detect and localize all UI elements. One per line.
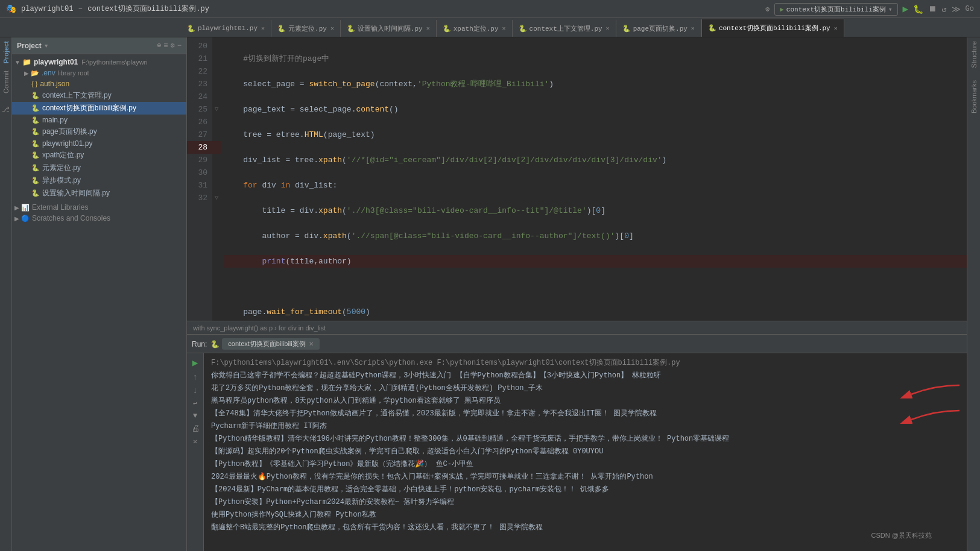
auth-label: auth.json [40,80,69,88]
code-line-25: for div in div_list: [224,179,967,192]
active-file-title: context切换页面bilibili案例.py [87,4,209,14]
code-line-28: print(title,author) [224,255,967,268]
right-sidebar-icons: Structure Bookmarks [967,37,980,551]
tab-close-4[interactable]: ✕ [502,25,506,32]
vcs-icon[interactable]: ⎇ [2,105,10,113]
commit-icon[interactable]: Commit [2,71,10,93]
tree-item-async[interactable]: 🐍 异步模式.py [12,174,186,187]
run-line-4: 【全748集】清华大佬终于把Python做成动画片了，通俗易懂，2023最新版，… [211,408,959,420]
ext-arrow-icon: ▶ [14,204,19,211]
tree-item-playwright01[interactable]: 🐍 playwright01.py [12,138,186,149]
tab-xpath[interactable]: 🐍 xpath定位.py ✕ [437,20,513,37]
tree-item-context-bilibili[interactable]: 🐍 context切换页面bilibili案例.py [12,102,186,115]
panel-icon-3[interactable]: ⚙ [171,41,175,50]
run-scroll-bottom-icon[interactable]: ↓ [192,386,197,395]
tree-item-external-libs[interactable]: ▶ 📊 External Libraries [12,202,186,213]
page-switch-label: page页面切换.py [42,127,97,137]
tree-item-interval[interactable]: 🐍 设置输入时间间隔.py [12,187,186,200]
panel-dropdown-icon[interactable]: ▾ [44,41,49,51]
tree-item-context-mgr[interactable]: 🐍 context上下文管理.py [12,89,186,102]
run-filter-icon[interactable]: ▼ [193,412,197,420]
run-line-3: 黑马程序员python教程，8天python从入门到精通，学python看这套就… [211,395,959,408]
tree-item-main[interactable]: 🐍 main.py [12,115,186,125]
tab-timeout[interactable]: 🐍 设置输入时间间隔.py ✕ [341,20,437,37]
tree-item-scratches[interactable]: ▶ 🔵 Scratches and Consoles [12,213,186,224]
tab-context-mgr[interactable]: 🐍 context上下文管理.py ✕ [513,20,616,37]
tab-context-bilibili[interactable]: 🐍 context切换页面bilibili案例.py ✕ [701,19,844,37]
env-label: .env [42,69,55,77]
code-editor[interactable]: 20 21 22 23 24 25 26 27 28 29 30 31 32 [187,37,967,321]
tab-close-1[interactable]: ✕ [261,25,265,32]
watermark: CSDN @景天科技苑 [871,531,932,540]
run-tab-label: context切换页面bilibili案例 [228,339,305,348]
structure-icon[interactable]: Structure [970,41,978,68]
tree-item-yuansu[interactable]: 🐍 元素定位.py [12,162,186,174]
lib-icon: 📊 [21,204,30,212]
tab-close-7[interactable]: ✕ [834,25,838,32]
tree-item-env[interactable]: ▶ 📂 .env library root [12,68,186,78]
run-button[interactable]: ▶ [903,3,909,15]
panel-icon-2[interactable]: ≡ [163,42,168,50]
main-label: main.py [42,116,68,124]
async-label: 异步模式.py [42,175,81,186]
tree-item-xpath[interactable]: 🐍 xpath定位.py [12,149,186,162]
py-icon-1: 🐍 [31,92,40,99]
run-line-2: 花了2万多买的Python教程全套，现在分享给大家，入门到精通(Python全栈… [211,382,959,395]
run-tab-close-icon[interactable]: ✕ [309,341,314,347]
red-arrow-1 [899,379,967,403]
code-line-20: #切换到新打开的page中 [224,52,967,65]
playwright01-label: playwright01.py [42,139,92,148]
run-play-icon[interactable]: ▶ [192,357,198,369]
run-clear-icon[interactable]: ✕ [193,437,197,446]
tab-close-2[interactable]: ✕ [330,25,334,32]
panel-icon-1[interactable]: ⊕ [157,41,161,50]
run-scroll-top-icon[interactable]: ↑ [192,373,197,382]
run-header: Run: 🐍 context切换页面bilibili案例 ✕ [187,335,967,353]
run-config-dropdown[interactable]: ▶ context切换页面bilibili案例 ▾ [774,3,897,16]
tree-root[interactable]: ▼ 📁 playwright01 F:\pythonitems\playwri [12,57,186,68]
scratch-icon: 🔵 [21,215,30,222]
stop-button[interactable]: ⏹ [928,4,937,14]
rerun-button[interactable]: ↺ [941,4,946,14]
run-output[interactable]: F:\pythonitems\playwright01\.env\Scripts… [204,353,967,551]
context-bilibili-label: context切换页面bilibili案例.py [42,103,136,113]
tab-playwright01[interactable]: 🐍 playwright01.py ✕ [181,20,271,37]
tabs-bar: 🐍 playwright01.py ✕ 🐍 元素定位.py ✕ 🐍 设置输入时间… [0,18,980,37]
run-line-10: 【2024最新】PyCharm的基本使用教程，适合完全零基础，小白快速上手！py… [211,483,959,496]
code-line-21: select_page = switch_to_page(context,'Py… [224,78,967,90]
git-button[interactable]: Go [966,5,974,13]
tab-close-3[interactable]: ✕ [426,25,430,32]
run-line-1: 你觉得自己这辈子都学不会编程？超超超基础Python课程，3小时快速入门 【自学… [211,370,959,382]
folder-icon: 📁 [22,58,31,66]
run-line-13: 翻遍整个B站最完整的Python爬虫教程，包含所有干货内容！这还没人看，我就不更… [211,521,959,534]
py-icon-6: 🐍 [31,151,40,159]
tab-close-5[interactable]: ✕ [606,25,610,32]
tree-item-auth[interactable]: { } auth.json [12,78,186,89]
more-button[interactable]: ≫ [952,4,961,14]
py-icon-3: 🐍 [31,116,40,124]
tab-page-switch[interactable]: 🐍 page页面切换.py ✕ [616,20,701,37]
run-tab-icon: 🐍 [210,340,220,348]
tab-element[interactable]: 🐍 元素定位.py ✕ [271,20,341,37]
run-line-5: Pycharm新手详细使用教程 IT阿杰 [211,420,959,433]
tab-close-6[interactable]: ✕ [691,25,695,32]
py-icon-2: 🐍 [31,104,40,112]
bookmarks-icon[interactable]: Bookmarks [970,80,978,113]
py-icon-5: 🐍 [31,140,40,148]
py-icon-4: 🐍 [31,128,40,136]
run-line-9: 2024最最最火🔥Python教程，没有学完是你的损失！包含入门基础+案例实战，… [211,471,959,483]
run-print-icon[interactable]: 🖨 [191,424,200,433]
debug-button[interactable]: 🐛 [913,4,923,14]
tree-item-page-switch[interactable]: 🐍 page页面切换.py [12,125,186,138]
run-tab[interactable]: context切换页面bilibili案例 ✕ [222,338,319,350]
app-icon: 🎭 [6,4,16,14]
json-icon: { } [31,80,37,87]
code-line-29 [224,280,967,293]
code-line-26: title = div.xpath('.//h3[@class="bili-vi… [224,204,967,217]
external-libs-label: External Libraries [32,203,88,212]
panel-close-icon[interactable]: − [177,42,182,50]
run-wrap-icon[interactable]: ↩ [193,399,197,408]
project-icon[interactable]: Project [2,41,10,63]
code-line-27: author = div.xpath('.//span[@class="bili… [224,230,967,242]
code-lines[interactable]: #切换到新打开的page中 select_page = switch_to_pa… [221,37,967,321]
